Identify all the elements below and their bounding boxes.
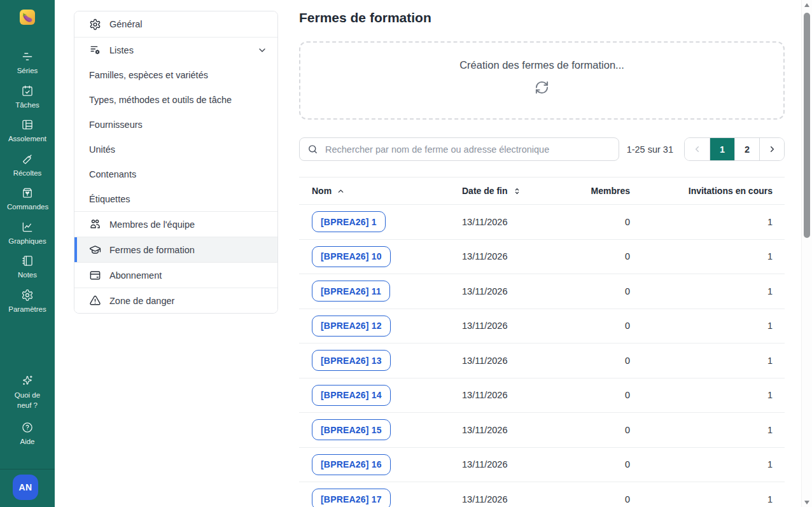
credit-card-icon: [89, 269, 101, 281]
scrollbar-up-arrow[interactable]: [804, 3, 809, 7]
pagination-page-2[interactable]: 2: [734, 138, 759, 160]
sidebar-item-aide[interactable]: Aide: [0, 421, 55, 447]
avatar[interactable]: AN: [13, 475, 38, 500]
pagination-prev-button[interactable]: [685, 138, 710, 160]
sidebar-item-label: Graphiques: [8, 237, 46, 247]
crop-plan-icon: [21, 118, 34, 131]
sidebar-item-series[interactable]: Séries: [0, 50, 55, 76]
sidebar-nav: SériesTâchesAssolementRécoltesCommandesG…: [0, 50, 55, 314]
pagination-next-button[interactable]: [759, 138, 784, 160]
pagination-range-label: 1-25 sur 31: [627, 144, 684, 155]
settings-nav-item-zone-de-danger[interactable]: Zone de danger: [74, 288, 277, 313]
sidebar-item-quoi-de-neuf[interactable]: Quoi de neuf ?: [0, 375, 55, 410]
farm-name-button[interactable]: [BPREA26] 16: [312, 454, 391, 475]
orders-box-icon: [21, 186, 34, 199]
app-root: 🍆 SériesTâchesAssolementRécoltesCommande…: [0, 0, 812, 507]
farm-name-button[interactable]: [BPREA26] 17: [312, 489, 391, 507]
farm-members-count: 0: [557, 425, 630, 435]
pagination-page-1[interactable]: 1: [710, 138, 734, 160]
farm-name-cell: [BPREA26] 16: [312, 454, 462, 475]
gear-icon: [89, 18, 101, 31]
sidebar-item-label: Séries: [17, 66, 38, 76]
farm-name-cell: [BPREA26] 15: [312, 419, 462, 440]
farm-name-button[interactable]: [BPREA26] 10: [312, 246, 391, 267]
farm-name-button[interactable]: [BPREA26] 14: [312, 385, 391, 406]
eggplant-logo-icon: 🍆: [22, 13, 32, 22]
pagination: 12: [684, 137, 785, 161]
sidebar-item-taches[interactable]: Tâches: [0, 85, 55, 111]
charts-icon: [21, 221, 34, 233]
settings-nav-item-general[interactable]: Général: [74, 11, 277, 37]
search-icon: [307, 144, 318, 155]
farm-members-count: 0: [557, 390, 630, 400]
graduation-cap-icon: [89, 244, 101, 256]
search-box[interactable]: [299, 137, 619, 161]
settings-nav-item-fermes-de-formation[interactable]: Fermes de formation: [74, 237, 277, 262]
farm-end-date: 13/11/2026: [462, 251, 557, 261]
scrollbar: [801, 0, 812, 507]
sidebar-item-commandes[interactable]: Commandes: [0, 186, 55, 212]
farm-invitations-count: 1: [630, 251, 773, 261]
sidebar-item-label: Notes: [18, 270, 37, 281]
sidebar-item-recoltes[interactable]: Récoltes: [0, 153, 55, 179]
help-circle-icon: [21, 421, 34, 434]
main-content: Fermes de formation Création des fermes …: [299, 0, 785, 507]
sidebar-item-label: Récoltes: [13, 169, 42, 179]
settings-nav-item-familles-especes-et-varietes[interactable]: Familles, espèces et variétés: [74, 62, 277, 87]
farm-end-date: 13/11/2026: [462, 425, 557, 435]
farm-invitations-count: 1: [630, 356, 773, 366]
sidebar-item-notes[interactable]: Notes: [0, 254, 55, 281]
settings-nav-item-etiquettes[interactable]: Étiquettes: [74, 186, 277, 211]
tasks-calendar-icon: [21, 85, 34, 97]
scrollbar-down-arrow[interactable]: [804, 501, 809, 504]
farm-name-button[interactable]: [BPREA26] 11: [312, 281, 390, 302]
settings-nav-item-unites[interactable]: Unités: [74, 137, 277, 162]
farm-name-cell: [BPREA26] 11: [312, 281, 462, 302]
settings-nav-item-listes[interactable]: Listes: [74, 37, 277, 62]
farm-end-date: 13/11/2026: [462, 286, 557, 296]
users-icon: [89, 218, 101, 230]
farm-name-button[interactable]: [BPREA26] 15: [312, 419, 391, 440]
farm-name-button[interactable]: [BPREA26] 13: [312, 350, 391, 371]
settings-nav-item-membres-de-l-equipe[interactable]: Membres de l'équipe: [74, 211, 277, 237]
sidebar-footer: Quoi de neuf ?Aide: [0, 375, 55, 447]
sidebar-item-label: Commandes: [7, 202, 48, 212]
farm-name-button[interactable]: [BPREA26] 1: [312, 211, 386, 232]
farm-name-button[interactable]: [BPREA26] 12: [312, 316, 391, 337]
settings-nav-item-abonnement[interactable]: Abonnement: [74, 262, 277, 288]
app-logo[interactable]: 🍆: [20, 10, 35, 25]
sidebar-item-label: Quoi de neuf ?: [7, 391, 48, 410]
farm-invitations-count: 1: [630, 321, 773, 331]
scrollbar-thumb[interactable]: [804, 13, 810, 238]
sidebar-item-graphiques[interactable]: Graphiques: [0, 221, 55, 247]
farm-name-cell: [BPREA26] 1: [312, 211, 462, 232]
column-header-membres: Membres: [557, 186, 630, 196]
column-header-nom[interactable]: Nom: [312, 186, 462, 196]
series-icon: [21, 50, 34, 63]
settings-nav-item-contenants[interactable]: Contenants: [74, 162, 277, 186]
column-header-date-de-fin[interactable]: Date de fin: [462, 186, 557, 196]
settings-nav: GénéralListesFamilles, espèces et variét…: [74, 11, 278, 314]
farm-end-date: 13/11/2026: [462, 321, 557, 331]
farm-members-count: 0: [557, 356, 630, 366]
sidebar-item-assolement[interactable]: Assolement: [0, 118, 55, 144]
harvest-knife-icon: [21, 153, 34, 165]
table-body: [BPREA26] 113/11/202601[BPREA26] 1013/11…: [299, 205, 785, 507]
sparkles-icon: [21, 375, 34, 387]
farm-end-date: 13/11/2026: [462, 356, 557, 366]
table-row: [BPREA26] 1013/11/202601: [299, 240, 785, 275]
sort-ascending-icon: [337, 187, 345, 195]
farm-end-date: 13/11/2026: [462, 459, 557, 469]
table-row: [BPREA26] 1613/11/202601: [299, 448, 785, 483]
table-row: [BPREA26] 1213/11/202601: [299, 309, 785, 344]
sidebar-item-parametres[interactable]: Paramètres: [0, 289, 55, 315]
settings-nav-item-label: Fournisseurs: [89, 120, 143, 130]
sidebar: 🍆 SériesTâchesAssolementRécoltesCommande…: [0, 0, 55, 507]
chevron-down-icon: [257, 45, 267, 55]
farm-name-cell: [BPREA26] 14: [312, 385, 462, 406]
settings-nav-item-fournisseurs[interactable]: Fournisseurs: [74, 112, 277, 137]
settings-nav-item-types-methodes-et-outils-de-tache[interactable]: Types, méthodes et outils de tâche: [74, 87, 277, 112]
search-input[interactable]: [324, 144, 611, 155]
sidebar-item-label: Paramètres: [8, 305, 46, 315]
sidebar-divider: [0, 469, 55, 469]
